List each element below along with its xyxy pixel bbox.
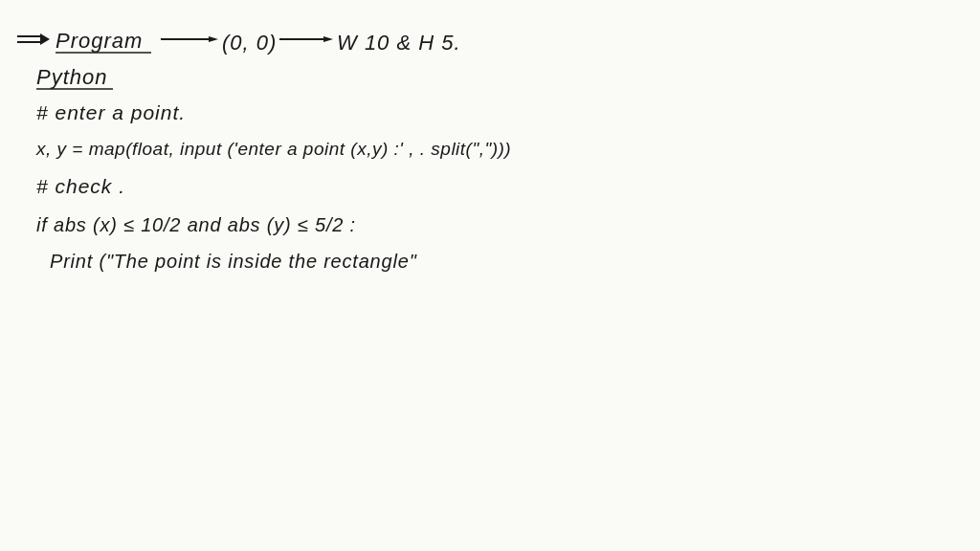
notebook-page: Program (0, 0) W 10 & H 5. Python # ente… bbox=[0, 0, 980, 551]
dimensions-text: W 10 & H 5. bbox=[337, 31, 461, 55]
code-line-if: if abs (x) ≤ 10/2 and abs (y) ≤ 5/2 : bbox=[36, 214, 356, 235]
python-label: Python bbox=[36, 65, 108, 89]
comment-enter-point: # enter a point. bbox=[36, 101, 186, 123]
svg-rect-0 bbox=[0, 0, 980, 551]
code-line-map: x, y = map(float, input ('enter a point … bbox=[35, 139, 511, 159]
code-line-print: Print ("The point is inside the rectangl… bbox=[50, 251, 417, 272]
program-text: Program bbox=[56, 29, 143, 53]
comment-check: # check . bbox=[36, 175, 125, 197]
handwritten-content: Program (0, 0) W 10 & H 5. Python # ente… bbox=[0, 0, 980, 551]
coords-text: (0, 0) bbox=[222, 31, 277, 55]
